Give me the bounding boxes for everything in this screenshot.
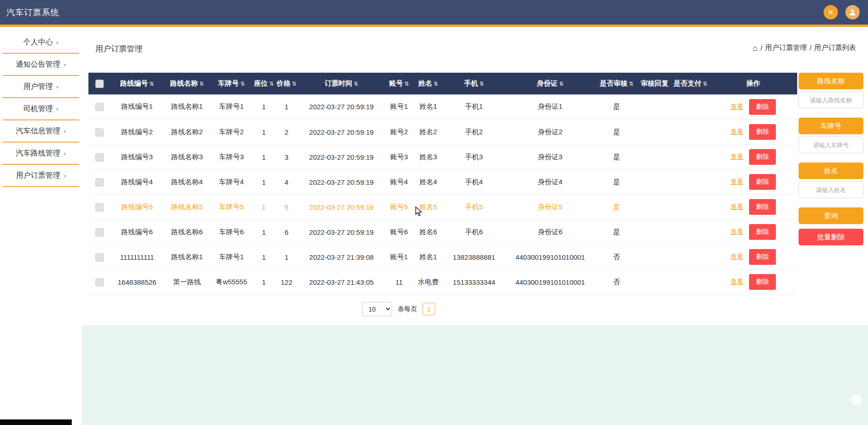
table-cell: 车牌号1 <box>211 244 252 269</box>
person-glyph <box>849 8 856 16</box>
row-actions-cell: 查看删除 <box>709 169 797 194</box>
sidebar-menu: 个人中心▾通知公告管理▾用户管理▾司机管理▾汽车信息管理▾汽车路线管理▾用户订票… <box>0 27 83 425</box>
row-checkbox[interactable] <box>95 228 104 237</box>
view-link[interactable]: 查看 <box>731 178 743 186</box>
plate-number-input[interactable] <box>799 137 863 153</box>
view-link[interactable]: 查看 <box>731 228 743 236</box>
column-header[interactable]: 是否支付⇅ <box>672 73 709 94</box>
route-name-filter-button[interactable]: 路线名称 <box>799 73 863 89</box>
table-cell: 身份证5 <box>505 194 596 219</box>
table-cell: 身份证3 <box>505 144 596 169</box>
column-header[interactable]: 订票时间⇅ <box>298 73 385 94</box>
sort-icon[interactable]: ⇅ <box>149 81 154 87</box>
page-size-select[interactable]: 10 <box>362 302 392 316</box>
table-row: 路线编号2路线名称2车牌号2122022-03-27 20:59:19账号2姓名… <box>88 119 797 144</box>
column-header[interactable]: 车牌号⇅ <box>211 73 252 94</box>
delete-button[interactable]: 删除 <box>749 249 776 265</box>
query-button[interactable]: 查询 <box>799 207 863 224</box>
view-link[interactable]: 查看 <box>731 128 743 136</box>
view-link[interactable]: 查看 <box>731 153 743 161</box>
column-header: 审核回复 <box>637 73 672 94</box>
row-checkbox[interactable] <box>95 278 104 287</box>
table-cell: 路线名称6 <box>163 219 211 244</box>
name-filter-button[interactable]: 姓名 <box>799 162 863 179</box>
delete-button[interactable]: 删除 <box>749 99 776 115</box>
row-checkbox[interactable] <box>95 203 104 212</box>
sort-icon[interactable]: ⇅ <box>292 81 296 87</box>
column-header[interactable]: 价格⇅ <box>275 73 298 94</box>
sidebar-item-7[interactable]: 用户订票管理▾ <box>3 165 79 187</box>
sidebar-item-label: 用户订票管理 <box>16 171 60 181</box>
close-icon[interactable]: ✕ <box>824 5 838 19</box>
select-all-checkbox[interactable] <box>95 80 104 88</box>
batch-delete-button[interactable]: 批量删除 <box>799 229 863 245</box>
sidebar-item-4[interactable]: 司机管理▾ <box>3 98 79 120</box>
row-actions-cell: 查看删除 <box>709 94 797 119</box>
row-checkbox[interactable] <box>95 153 104 162</box>
page-number-button[interactable]: 1 <box>423 303 435 315</box>
column-header[interactable]: 身份证⇅ <box>505 73 596 94</box>
sort-icon[interactable]: ⇅ <box>199 81 204 87</box>
route-name-input[interactable] <box>799 92 863 108</box>
row-select-cell <box>88 144 111 169</box>
row-checkbox[interactable] <box>95 128 104 137</box>
column-header[interactable]: 是否审核⇅ <box>596 73 637 94</box>
view-link[interactable]: 查看 <box>731 253 743 261</box>
delete-button[interactable]: 删除 <box>749 199 776 215</box>
sort-icon[interactable]: ⇅ <box>479 81 484 87</box>
row-checkbox[interactable] <box>95 253 104 262</box>
table-cell: 车牌号6 <box>211 219 252 244</box>
delete-button[interactable]: 删除 <box>749 274 776 290</box>
column-header-label: 账号 <box>389 79 403 87</box>
delete-button[interactable]: 删除 <box>749 124 776 140</box>
table-cell: 是 <box>596 119 637 144</box>
floating-widget <box>851 395 862 405</box>
row-select-cell <box>88 244 111 269</box>
column-header[interactable]: 姓名⇅ <box>413 73 443 94</box>
sidebar-item-5[interactable]: 汽车信息管理▾ <box>3 120 79 143</box>
view-link[interactable]: 查看 <box>731 203 743 211</box>
sort-icon[interactable]: ⇅ <box>404 81 409 87</box>
filter-panel: 路线名称 车牌号 姓名 查询 批量删除 <box>799 73 863 245</box>
view-link[interactable]: 查看 <box>731 103 743 111</box>
user-icon[interactable] <box>845 5 860 19</box>
table-cell <box>637 219 672 244</box>
table-cell: 车牌号3 <box>211 144 252 169</box>
breadcrumb-item[interactable]: 用户订票管理 <box>765 44 807 52</box>
table-cell: 否 <box>596 244 637 269</box>
column-header[interactable]: 路线名称⇅ <box>163 73 211 94</box>
sort-icon[interactable]: ⇅ <box>240 81 245 87</box>
sort-icon[interactable]: ⇅ <box>703 81 707 87</box>
sort-icon[interactable]: ⇅ <box>629 81 633 87</box>
table-cell: 3 <box>275 144 298 169</box>
column-header[interactable]: 账号⇅ <box>385 73 413 94</box>
table-cell: 账号6 <box>385 219 413 244</box>
sort-icon[interactable]: ⇅ <box>433 81 438 87</box>
sort-icon[interactable]: ⇅ <box>354 81 358 87</box>
view-link[interactable]: 查看 <box>731 278 743 286</box>
row-select-cell <box>88 269 111 294</box>
delete-button[interactable]: 删除 <box>749 149 776 165</box>
table-cell: 122 <box>275 269 298 294</box>
table-cell <box>672 244 709 269</box>
bookings-table: 路线编号⇅路线名称⇅车牌号⇅座位⇅价格⇅订票时间⇅账号⇅姓名⇅手机⇅身份证⇅是否… <box>88 73 797 295</box>
sidebar-item-6[interactable]: 汽车路线管理▾ <box>3 143 79 165</box>
sidebar-item-1[interactable]: 个人中心▾ <box>3 31 79 54</box>
table-cell: 11 <box>385 269 413 294</box>
chevron-down-icon: ▾ <box>63 151 66 157</box>
name-input[interactable] <box>799 181 863 198</box>
sort-icon[interactable]: ⇅ <box>269 81 274 87</box>
row-checkbox[interactable] <box>95 178 104 187</box>
sort-icon[interactable]: ⇅ <box>559 81 563 87</box>
plate-number-filter-button[interactable]: 车牌号 <box>799 118 863 134</box>
delete-button[interactable]: 删除 <box>749 224 776 240</box>
sidebar-item-2[interactable]: 通知公告管理▾ <box>3 54 79 76</box>
home-icon[interactable]: ⌂ <box>753 44 758 52</box>
column-header[interactable]: 座位⇅ <box>252 73 275 94</box>
column-header[interactable]: 手机⇅ <box>443 73 505 94</box>
delete-button[interactable]: 删除 <box>749 174 776 190</box>
sidebar-item-3[interactable]: 用户管理▾ <box>3 76 79 98</box>
row-checkbox[interactable] <box>95 103 104 111</box>
column-header[interactable]: 路线编号⇅ <box>111 73 163 94</box>
column-header-label: 操作 <box>746 79 760 87</box>
